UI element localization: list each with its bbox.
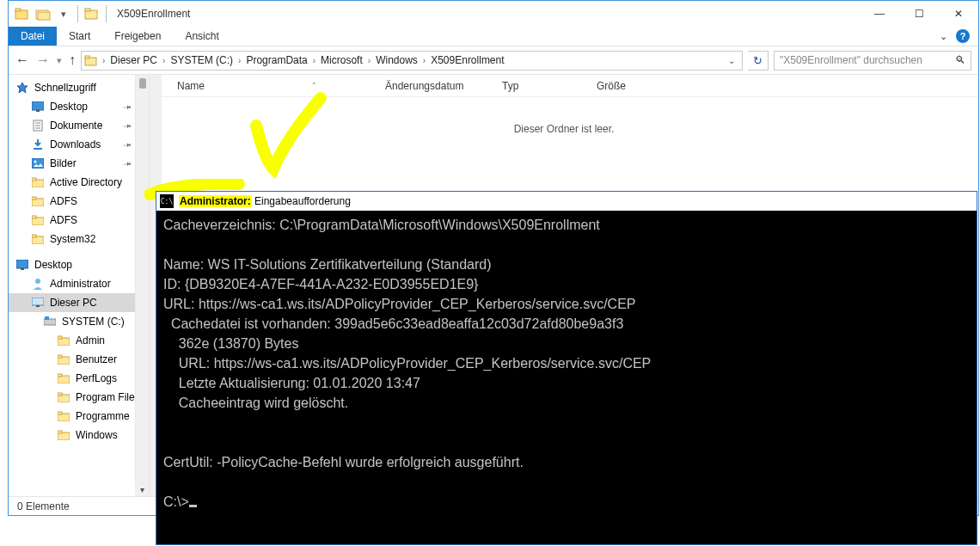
tree-folder-perflogs[interactable]: PerfLogs [9, 369, 149, 388]
tree-system32[interactable]: System32 [9, 230, 149, 248]
tree-label: Admin [76, 334, 105, 347]
column-type[interactable]: Typ [493, 80, 588, 92]
tree-desktop-root[interactable]: Desktop [9, 255, 149, 274]
tree-folder-programs[interactable]: Programme [9, 407, 149, 426]
tree-adfs[interactable]: ADFS [9, 192, 149, 211]
maximize-button[interactable]: ☐ [899, 1, 939, 27]
breadcrumb-history-icon[interactable]: ⌄ [721, 56, 742, 65]
help-icon[interactable]: ? [956, 29, 970, 43]
tree-quick-access[interactable]: Schnellzugriff [9, 78, 149, 97]
tree-label: ADFS [50, 195, 77, 207]
breadcrumb-bar[interactable]: › Dieser PC › SYSTEM (C:) › ProgramData … [81, 51, 743, 71]
menu-view[interactable]: Ansicht [173, 27, 230, 46]
breadcrumb[interactable]: Windows [372, 54, 421, 66]
tree-label: Dieser PC [50, 297, 97, 309]
tree-downloads[interactable]: Downloads 📌︎ [9, 135, 149, 154]
nav-up-icon[interactable]: ↑ [69, 52, 76, 68]
tree-adfs[interactable]: ADFS [9, 211, 149, 230]
download-icon [31, 138, 45, 151]
breadcrumb-folder-icon[interactable] [83, 52, 99, 68]
folder-icon [31, 232, 45, 246]
svg-rect-5 [85, 9, 90, 11]
breadcrumb[interactable]: Microsoft [317, 54, 366, 66]
nav-recent-icon[interactable]: ▾ [57, 55, 62, 66]
navigation-tree[interactable]: ▾ Schnellzugriff Desktop 📌︎ Dokumente 📌︎… [9, 75, 150, 496]
pin-icon: 📌︎ [121, 120, 134, 132]
tree-label: Programme [76, 410, 130, 422]
tree-drive-c[interactable]: SYSTEM (C:) [9, 312, 149, 331]
breadcrumb[interactable]: X509Enrollment [427, 54, 507, 66]
refresh-button[interactable]: ↻ [748, 51, 769, 71]
breadcrumb[interactable]: ProgramData [242, 54, 310, 66]
menu-share[interactable]: Freigeben [102, 27, 173, 46]
search-input[interactable]: "X509Enrollment" durchsuchen 🔍︎ [774, 51, 971, 71]
search-icon[interactable]: 🔍︎ [955, 54, 965, 66]
column-date[interactable]: Änderungsdatum [377, 80, 493, 92]
svg-point-28 [35, 279, 40, 284]
svg-rect-16 [32, 158, 44, 169]
breadcrumb-sep[interactable]: › [101, 56, 107, 65]
search-placeholder: "X509Enrollment" durchsuchen [780, 54, 922, 66]
svg-rect-44 [58, 431, 62, 433]
nav-forward-icon[interactable]: → [36, 52, 50, 68]
breadcrumb-sep[interactable]: › [366, 56, 372, 65]
breadcrumb-sep[interactable]: › [161, 56, 167, 65]
ribbon-expand-icon[interactable]: ⌄ [940, 31, 947, 42]
tree-documents[interactable]: Dokumente 📌︎ [9, 116, 149, 135]
titlebar: ▾ X509Enrollment — ☐ ✕ [9, 1, 978, 27]
menu-start[interactable]: Start [57, 27, 102, 46]
breadcrumb-sep[interactable]: › [311, 56, 317, 65]
svg-rect-25 [32, 235, 36, 237]
tree-active-directory[interactable]: Active Directory [9, 173, 149, 192]
tree-administrator[interactable]: Administrator [9, 274, 149, 293]
svg-rect-34 [58, 336, 62, 339]
tree-folder-users[interactable]: Benutzer [9, 350, 149, 369]
folder-icon [31, 194, 45, 208]
window-controls: — ☐ ✕ [860, 1, 978, 27]
sort-ascending-icon: ˄ [312, 82, 316, 90]
tree-folder-program-files[interactable]: Program Files [9, 388, 149, 407]
tree-label: Dokumente [50, 120, 102, 132]
svg-rect-38 [58, 374, 62, 377]
tree-label: Downloads [50, 138, 101, 150]
close-button[interactable]: ✕ [939, 1, 978, 27]
tree-scroll-down-icon[interactable]: ▾ [135, 482, 149, 496]
svg-rect-27 [21, 268, 24, 270]
svg-marker-8 [17, 83, 28, 93]
tree-label: Schnellzugriff [34, 82, 96, 94]
svg-rect-9 [32, 101, 44, 110]
tree-desktop[interactable]: Desktop 📌︎ [9, 97, 149, 116]
folder-icon [57, 334, 70, 347]
open-folder-icon[interactable] [34, 5, 52, 22]
nav-arrows: ← → ▾ ↑ [15, 52, 76, 68]
ribbon-tabs: Datei Start Freigeben Ansicht ⌄ ? [9, 27, 978, 46]
nav-back-icon[interactable]: ← [15, 52, 29, 68]
svg-rect-30 [36, 305, 40, 307]
folder-icon [57, 390, 70, 404]
tree-label: Windows [76, 429, 118, 441]
breadcrumb[interactable]: SYSTEM (C:) [167, 54, 236, 66]
column-name[interactable]: Name ˄ [168, 80, 377, 92]
folder-icon [57, 371, 70, 385]
breadcrumb[interactable]: Dieser PC [107, 54, 161, 66]
folder-icon [31, 213, 45, 227]
breadcrumb-sep[interactable]: › [236, 56, 242, 65]
menu-file[interactable]: Datei [9, 27, 57, 46]
tree-folder-admin[interactable]: Admin [9, 331, 149, 350]
column-size[interactable]: Größe [588, 80, 665, 92]
tree-pictures[interactable]: Bilder 📌︎ [9, 154, 149, 173]
folder-props-icon[interactable] [14, 5, 31, 22]
tree-this-pc[interactable]: Dieser PC [9, 293, 149, 312]
window-title: X509Enrollment [117, 8, 190, 20]
tree-folder-windows[interactable]: Windows [9, 426, 149, 445]
cmd-titlebar[interactable]: C:\ Administrator: Eingabeaufforderung [156, 192, 977, 211]
cmd-title-admin: Administrator: [179, 195, 252, 207]
minimize-button[interactable]: — [860, 1, 899, 27]
svg-rect-3 [38, 12, 50, 20]
svg-rect-15 [34, 148, 42, 150]
cmd-output[interactable]: Cacheverzeichnis: C:\ProgramData\Microso… [156, 211, 977, 518]
breadcrumb-sep[interactable]: › [421, 56, 427, 65]
tree-scrollbar[interactable]: ▾ [135, 75, 149, 496]
qat-dropdown-icon[interactable]: ▾ [55, 5, 72, 22]
tree-scroll-thumb[interactable] [139, 78, 146, 89]
